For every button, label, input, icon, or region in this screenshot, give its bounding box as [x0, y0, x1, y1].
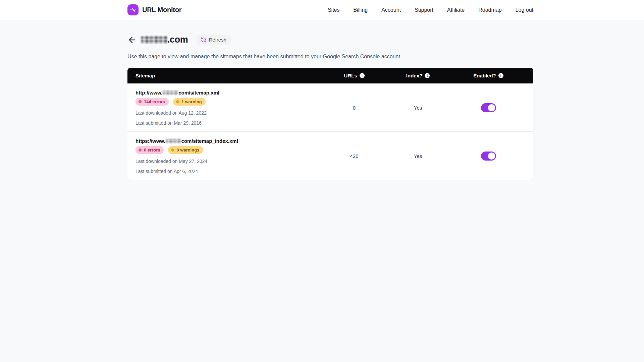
errors-badge-label: 0 errors	[144, 147, 160, 153]
url-suffix: com/sitemap_index.xml	[181, 138, 238, 144]
url-suffix: com/sitemap.xml	[178, 90, 219, 96]
error-dot-icon	[139, 148, 142, 152]
errors-badge-label: 144 errors	[144, 99, 165, 104]
last-downloaded: Last downloaded on May 27, 2024	[136, 159, 324, 164]
app-logo-icon	[127, 4, 139, 15]
brand[interactable]: URL Monitor	[127, 4, 181, 15]
page-title: .com	[141, 35, 188, 45]
col-header-urls: URLs i	[324, 73, 384, 78]
col-header-sitemap: Sitemap	[136, 73, 324, 78]
warnings-badge: 1 warning	[173, 98, 206, 106]
url-prefix: http://www.	[136, 90, 162, 96]
last-downloaded: Last downloaded on Aug 12, 2022	[136, 110, 324, 116]
nav-item-account[interactable]: Account	[381, 7, 401, 13]
sitemap-cell: https://www.com/sitemap_index.xml 0 erro…	[136, 138, 324, 174]
brand-name: URL Monitor	[142, 6, 181, 14]
warning-dot-icon	[171, 148, 174, 152]
col-header-index: Index? i	[384, 73, 451, 78]
last-submitted: Last submitted on Apr 6, 2024	[136, 169, 324, 174]
toggle-knob	[488, 153, 495, 160]
index-value: Yes	[384, 105, 451, 111]
warnings-badge-label: 1 warning	[181, 99, 202, 104]
enabled-toggle[interactable]	[481, 103, 496, 112]
refresh-label: Refresh	[209, 37, 226, 43]
sitemap-row: http://www.com/sitemap.xml 144 errors 1 …	[127, 83, 533, 131]
nav-inner: URL Monitor Sites Billing Account Suppor…	[127, 4, 533, 15]
info-icon[interactable]: i	[498, 73, 503, 78]
nav-item-sites[interactable]: Sites	[328, 7, 340, 13]
nav-links: Sites Billing Account Support Affiliate …	[328, 7, 533, 13]
col-header-urls-label: URLs	[344, 73, 357, 78]
nav-item-support[interactable]: Support	[415, 7, 433, 13]
info-icon[interactable]: i	[425, 73, 430, 78]
errors-badge: 0 errors	[136, 146, 164, 154]
refresh-button[interactable]: Refresh	[197, 35, 231, 45]
sitemap-cell: http://www.com/sitemap.xml 144 errors 1 …	[136, 90, 324, 126]
title-row: .com Refresh	[127, 35, 533, 45]
info-icon[interactable]: i	[360, 73, 365, 78]
redacted-domain	[141, 36, 167, 44]
sitemap-url: https://www.com/sitemap_index.xml	[136, 138, 324, 144]
top-nav: URL Monitor Sites Billing Account Suppor…	[0, 0, 644, 20]
nav-item-roadmap[interactable]: Roadmap	[478, 7, 501, 13]
index-value: Yes	[384, 153, 451, 159]
page-title-suffix: .com	[167, 35, 188, 45]
back-button[interactable]	[127, 35, 137, 45]
error-dot-icon	[139, 100, 142, 103]
badges: 144 errors 1 warning	[136, 98, 324, 106]
refresh-icon	[201, 37, 206, 43]
badges: 0 errors 0 warnings	[136, 146, 324, 154]
nav-item-billing[interactable]: Billing	[354, 7, 368, 13]
urls-count: 420	[324, 153, 384, 159]
warning-dot-icon	[176, 100, 179, 103]
enabled-toggle[interactable]	[481, 152, 496, 161]
last-submitted: Last submitted on Mar 29, 2016	[136, 120, 324, 126]
table-header: Sitemap URLs i Index? i Enabled? i	[127, 68, 533, 83]
enabled-cell	[451, 103, 525, 112]
page-description: Use this page to view and manage the sit…	[127, 54, 533, 60]
urls-count: 0	[324, 105, 384, 111]
sitemap-url: http://www.com/sitemap.xml	[136, 90, 324, 96]
warnings-badge: 0 warnings	[168, 146, 203, 154]
nav-item-logout[interactable]: Log out	[516, 7, 533, 13]
col-header-index-label: Index?	[406, 73, 422, 78]
main-content: .com Refresh Use this page to view and m…	[127, 35, 533, 180]
url-prefix: https://www.	[136, 138, 165, 144]
col-header-enabled: Enabled? i	[451, 73, 525, 78]
redacted-domain	[166, 139, 181, 143]
col-header-enabled-label: Enabled?	[473, 73, 496, 78]
errors-badge: 144 errors	[136, 98, 169, 106]
nav-item-affiliate[interactable]: Affiliate	[447, 7, 465, 13]
enabled-cell	[451, 152, 525, 161]
redacted-domain	[163, 90, 178, 95]
warnings-badge-label: 0 warnings	[176, 147, 199, 153]
sitemaps-table: Sitemap URLs i Index? i Enabled? i http:…	[127, 68, 533, 180]
sitemap-row: https://www.com/sitemap_index.xml 0 erro…	[127, 131, 533, 180]
toggle-knob	[488, 104, 495, 111]
